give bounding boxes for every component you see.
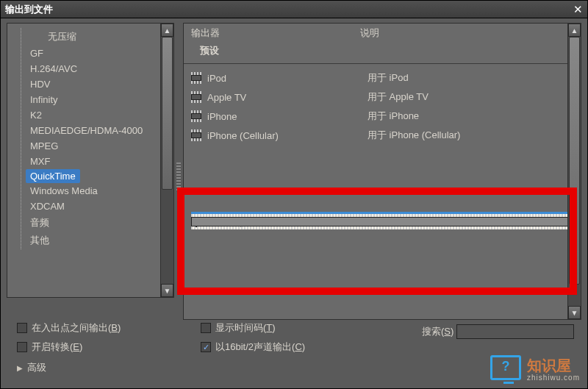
- preset-row[interactable]: iPhone (Cellular)用于 iPhone (Cellular): [184, 126, 581, 145]
- inout-export-checkbox[interactable]: 在入出点之间输出(B): [17, 321, 121, 335]
- splitter[interactable]: [174, 23, 183, 339]
- preset-row[interactable]: iPod用于 iPod: [184, 68, 581, 88]
- column-exporter: 输出器: [191, 26, 360, 40]
- preset-scrollbar[interactable]: ▲ ▼: [567, 24, 581, 319]
- film-icon: [191, 91, 201, 103]
- tree-item[interactable]: 音频: [27, 214, 160, 232]
- tree-item[interactable]: MEDIAEDGE/HDMA-4000: [27, 123, 160, 138]
- film-icon: [191, 72, 201, 84]
- watermark: 知识屋 zhishiwu.com: [483, 351, 587, 388]
- enable-transform-checkbox[interactable]: 开启转换(E): [17, 340, 121, 354]
- preset-list[interactable]: iPod用于 iPodApple TV用于 Apple TViPhone用于 i…: [184, 64, 581, 145]
- film-icon: [191, 110, 201, 122]
- preset-row[interactable]: iPhone用于 iPhone: [184, 107, 581, 126]
- tree-item[interactable]: XDCAM: [27, 199, 160, 214]
- chevron-right-icon: ▶: [17, 364, 23, 372]
- window-title: 输出到文件: [5, 3, 570, 16]
- tree-item[interactable]: H.264/AVC: [27, 61, 160, 76]
- advanced-expander[interactable]: ▶ 高级: [17, 361, 121, 374]
- format-tree-panel: 无压缩GFH.264/AVCHDVInfinityK2MEDIAEDGE/HDM…: [7, 23, 174, 298]
- scroll-down-icon[interactable]: ▼: [161, 284, 173, 297]
- tree-item[interactable]: Infinity: [27, 92, 160, 107]
- show-timecode-checkbox[interactable]: 显示时间码(T): [201, 321, 305, 335]
- close-icon[interactable]: ✕: [570, 3, 583, 16]
- tree-item[interactable]: GF: [27, 46, 160, 61]
- preset-row[interactable]: Apple TV用于 Apple TV: [184, 88, 581, 107]
- tree-item[interactable]: MPEG: [27, 138, 160, 154]
- tree-scrollbar[interactable]: ▲ ▼: [160, 24, 173, 297]
- tree-item[interactable]: Windows Media: [27, 183, 160, 199]
- tree-item[interactable]: QuickTime: [26, 169, 80, 183]
- tree-item[interactable]: K2: [27, 107, 160, 123]
- monitor-icon: [490, 355, 521, 380]
- tree-item[interactable]: MXF: [27, 154, 160, 169]
- column-description: 说明: [360, 26, 379, 40]
- preset-header: 预设: [184, 41, 581, 64]
- scroll-down-icon[interactable]: ▼: [568, 306, 581, 319]
- 16bit-2ch-checkbox[interactable]: 以16bit/2声道输出(C): [201, 340, 305, 354]
- tree-item[interactable]: 无压缩: [27, 28, 160, 46]
- scroll-up-icon[interactable]: ▲: [568, 24, 581, 37]
- format-tree[interactable]: 无压缩GFH.264/AVCHDVInfinityK2MEDIAEDGE/HDM…: [7, 24, 160, 297]
- tree-item[interactable]: HDV: [27, 76, 160, 92]
- film-icon: [191, 129, 201, 141]
- search-input[interactable]: [456, 324, 574, 339]
- preset-row-selected[interactable]: QuickTime QuickTime 输出插件: [191, 212, 570, 229]
- scroll-up-icon[interactable]: ▲: [161, 24, 173, 37]
- search-label: 搜索(S): [422, 325, 453, 338]
- tree-item[interactable]: 其他: [27, 232, 160, 249]
